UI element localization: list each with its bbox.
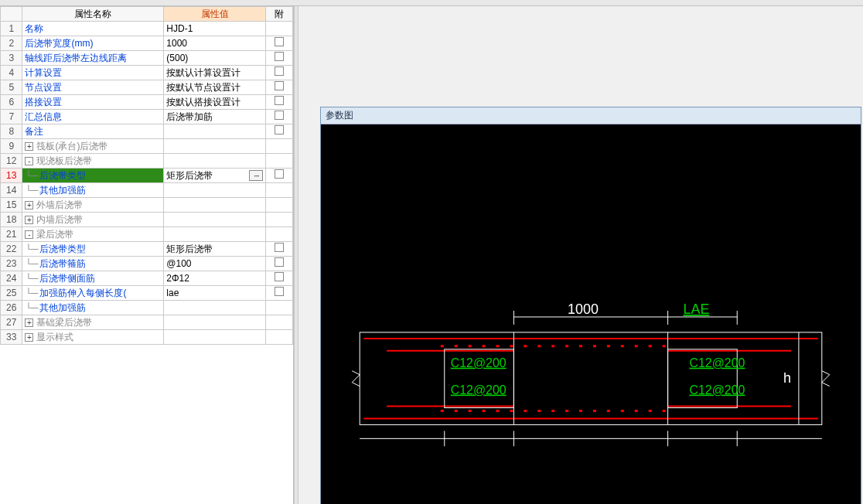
prop-name-cell[interactable]: └─其他加强筋 — [22, 183, 164, 198]
tree-toggle-icon[interactable]: + — [25, 201, 33, 209]
prop-value-cell[interactable] — [164, 315, 266, 330]
tree-toggle-icon[interactable]: + — [25, 333, 33, 342]
table-row[interactable]: 26└─其他加强筋 — [1, 301, 293, 315]
table-row[interactable]: 4计算设置按默认计算设置计 — [1, 66, 293, 80]
table-row[interactable]: 15+外墙后浇带 — [1, 198, 293, 213]
prop-value-cell[interactable]: 按默认节点设置计 — [164, 80, 266, 95]
tree-toggle-icon[interactable]: - — [25, 157, 33, 165]
attach-cell[interactable] — [266, 80, 293, 95]
attach-cell[interactable] — [266, 36, 293, 51]
prop-value-cell[interactable]: 2Φ12 — [164, 271, 266, 286]
prop-value-cell[interactable]: 按默认搭接设置计 — [164, 95, 266, 110]
prop-value-cell[interactable]: 后浇带加筋 — [164, 110, 266, 124]
attach-cell[interactable] — [266, 227, 293, 242]
checkbox-icon[interactable] — [275, 81, 284, 90]
prop-name-cell[interactable]: 汇总信息 — [22, 110, 164, 124]
prop-name-cell[interactable]: +基础梁后浇带 — [22, 315, 164, 330]
header-value[interactable]: 属性值 — [164, 7, 266, 22]
prop-value-cell[interactable] — [164, 213, 266, 227]
prop-name-cell[interactable]: └─后浇带侧面筋 — [22, 271, 164, 286]
tree-toggle-icon[interactable]: - — [25, 230, 33, 239]
prop-value-cell[interactable] — [164, 139, 266, 154]
checkbox-icon[interactable] — [275, 243, 284, 252]
table-row[interactable]: 3轴线距后浇带左边线距离(500) — [1, 51, 293, 66]
checkbox-icon[interactable] — [275, 272, 284, 281]
checkbox-icon[interactable] — [275, 125, 284, 135]
tree-toggle-icon[interactable]: + — [25, 318, 33, 327]
attach-cell[interactable] — [266, 271, 293, 286]
prop-name-cell[interactable]: └─加强筋伸入每侧长度( — [22, 286, 164, 301]
prop-name-cell[interactable]: +外墙后浇带 — [22, 198, 164, 213]
prop-value-cell[interactable]: 1000 — [164, 36, 266, 51]
prop-value-cell[interactable] — [164, 227, 266, 242]
prop-name-cell[interactable]: └─后浇带箍筋 — [22, 257, 164, 271]
attach-cell[interactable] — [266, 183, 293, 198]
attach-cell[interactable] — [266, 213, 293, 227]
prop-name-cell[interactable]: └─其他加强筋 — [22, 301, 164, 315]
attach-cell[interactable] — [266, 51, 293, 66]
checkbox-icon[interactable] — [275, 66, 284, 76]
attach-cell[interactable] — [266, 110, 293, 124]
prop-name-cell[interactable]: 备注 — [22, 124, 164, 139]
header-attach[interactable]: 附 — [266, 7, 293, 22]
prop-value-cell[interactable] — [164, 124, 266, 139]
table-row[interactable]: 9+筏板(承台)后浇带 — [1, 139, 293, 154]
table-row[interactable]: 21-梁后浇带 — [1, 227, 293, 242]
table-row[interactable]: 13└─后浇带类型矩形后浇带··· — [1, 169, 293, 183]
checkbox-icon[interactable] — [275, 37, 284, 46]
prop-name-cell[interactable]: └─后浇带类型 — [22, 242, 164, 257]
prop-value-cell[interactable] — [164, 198, 266, 213]
table-row[interactable]: 24└─后浇带侧面筋2Φ12 — [1, 271, 293, 286]
prop-name-cell[interactable]: +显示样式 — [22, 330, 164, 345]
prop-name-cell[interactable]: 计算设置 — [22, 66, 164, 80]
attach-cell[interactable] — [266, 198, 293, 213]
prop-value-cell[interactable]: 矩形后浇带··· — [164, 169, 266, 183]
checkbox-icon[interactable] — [275, 287, 284, 296]
prop-value-cell[interactable] — [164, 330, 266, 345]
attach-cell[interactable] — [266, 154, 293, 169]
prop-value-cell[interactable]: HJD-1 — [164, 22, 266, 36]
attach-cell[interactable] — [266, 169, 293, 183]
prop-name-cell[interactable]: 搭接设置 — [22, 95, 164, 110]
prop-name-cell[interactable]: 节点设置 — [22, 80, 164, 95]
table-row[interactable]: 1名称HJD-1 — [1, 22, 293, 36]
prop-name-cell[interactable]: └─后浇带类型 — [22, 169, 164, 183]
attach-cell[interactable] — [266, 330, 293, 345]
attach-cell[interactable] — [266, 139, 293, 154]
header-name[interactable]: 属性名称 — [22, 7, 164, 22]
prop-value-cell[interactable]: 矩形后浇带 — [164, 242, 266, 257]
checkbox-icon[interactable] — [275, 111, 284, 120]
attach-cell[interactable] — [266, 315, 293, 330]
prop-name-cell[interactable]: +筏板(承台)后浇带 — [22, 139, 164, 154]
prop-value-cell[interactable] — [164, 301, 266, 315]
attach-cell[interactable] — [266, 22, 293, 36]
table-row[interactable]: 12-现浇板后浇带 — [1, 154, 293, 169]
table-row[interactable]: 6搭接设置按默认搭接设置计 — [1, 95, 293, 110]
prop-value-cell[interactable]: lae — [164, 286, 266, 301]
attach-cell[interactable] — [266, 95, 293, 110]
diagram-canvas[interactable]: 1000 LAE — [321, 124, 861, 504]
prop-name-cell[interactable]: +内墙后浇带 — [22, 213, 164, 227]
prop-name-cell[interactable]: -梁后浇带 — [22, 227, 164, 242]
tree-toggle-icon[interactable]: + — [25, 216, 33, 224]
table-row[interactable]: 27+基础梁后浇带 — [1, 315, 293, 330]
attach-cell[interactable] — [266, 242, 293, 257]
table-row[interactable]: 25└─加强筋伸入每侧长度(lae — [1, 286, 293, 301]
attach-cell[interactable] — [266, 286, 293, 301]
prop-name-cell[interactable]: 后浇带宽度(mm) — [22, 36, 164, 51]
attach-cell[interactable] — [266, 257, 293, 271]
table-row[interactable]: 14└─其他加强筋 — [1, 183, 293, 198]
ellipsis-button[interactable]: ··· — [249, 170, 263, 181]
table-row[interactable]: 2后浇带宽度(mm)1000 — [1, 36, 293, 51]
checkbox-icon[interactable] — [275, 169, 284, 179]
table-row[interactable]: 8备注 — [1, 124, 293, 139]
table-row[interactable]: 7汇总信息后浇带加筋 — [1, 110, 293, 124]
attach-cell[interactable] — [266, 124, 293, 139]
prop-value-cell[interactable]: @100 — [164, 257, 266, 271]
checkbox-icon[interactable] — [275, 257, 284, 267]
table-row[interactable]: 23└─后浇带箍筋@100 — [1, 257, 293, 271]
attach-cell[interactable] — [266, 66, 293, 80]
prop-value-cell[interactable]: (500) — [164, 51, 266, 66]
prop-name-cell[interactable]: 名称 — [22, 22, 164, 36]
prop-value-cell[interactable]: 按默认计算设置计 — [164, 66, 266, 80]
